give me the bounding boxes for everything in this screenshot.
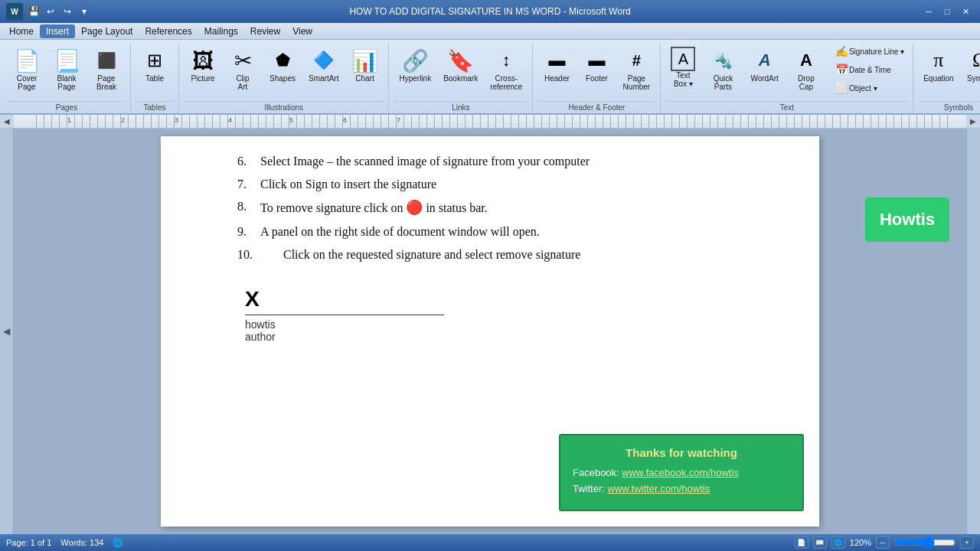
- document-main[interactable]: 6. Select Image – the scanned image of s…: [14, 129, 966, 534]
- page-number-button[interactable]: # PageNumber: [617, 43, 655, 95]
- thanks-box: Thanks for watching Facebook: www.facebo…: [559, 434, 804, 511]
- cover-page-icon: 📄: [13, 47, 41, 74]
- item-7-num: 7.: [237, 174, 260, 194]
- quick-access-toolbar: 💾 ↩ ↪ ▾: [26, 4, 92, 19]
- close-button[interactable]: ✕: [957, 5, 974, 18]
- text-group-label: Text: [665, 101, 908, 113]
- cover-page-button[interactable]: 📄 CoverPage: [8, 43, 46, 95]
- header-button[interactable]: ▬ Header: [537, 43, 576, 86]
- drop-cap-button[interactable]: A DropCap: [787, 43, 825, 95]
- maximize-button[interactable]: □: [939, 5, 956, 18]
- twitter-url[interactable]: www.twitter.com/howtis: [608, 483, 710, 494]
- date-time-icon: 📅: [835, 64, 848, 76]
- hyperlink-icon: 🔗: [401, 47, 429, 74]
- status-page: Page: 1 of 1: [6, 538, 51, 547]
- document-page: 6. Select Image – the scanned image of s…: [161, 136, 819, 527]
- status-words: Words: 134: [60, 538, 103, 547]
- menu-mailings[interactable]: Mailings: [198, 24, 244, 38]
- item-10-content: Click on the requested signature and sel…: [283, 245, 758, 265]
- menu-page-layout[interactable]: Page Layout: [75, 24, 139, 38]
- menu-view[interactable]: View: [286, 24, 318, 38]
- picture-button[interactable]: 🖼 Picture: [184, 43, 222, 86]
- equation-icon: π: [925, 47, 952, 74]
- signer-name: howtis: [245, 318, 758, 331]
- item-6-content: Select Image – the scanned image of sign…: [260, 152, 758, 171]
- wordart-icon: A: [751, 47, 779, 74]
- minimize-button[interactable]: ─: [920, 5, 937, 18]
- quick-parts-icon: 🔩: [709, 47, 737, 74]
- item-6-num: 6.: [237, 152, 260, 171]
- page-break-icon: ⬛: [93, 47, 120, 74]
- signature-block: X howtis author: [237, 287, 758, 343]
- text-box-icon: A: [671, 47, 695, 71]
- object-button[interactable]: ⬜ Object ▾: [831, 80, 908, 96]
- cross-reference-icon: ↕: [492, 47, 520, 74]
- ribbon-group-text: A TextBox ▾ 🔩 QuickParts A WordArt A Dro…: [661, 43, 913, 113]
- view-print-btn[interactable]: 📄: [795, 536, 808, 549]
- status-lang: 🌐: [113, 538, 123, 548]
- object-icon: ⬜: [835, 82, 848, 94]
- item-8-content: To remove signature click on 🔴 in status…: [260, 197, 758, 219]
- scroll-left: ◀: [0, 129, 14, 534]
- chart-button[interactable]: 📊 Chart: [345, 43, 384, 86]
- text-box-button[interactable]: A TextBox ▾: [665, 43, 701, 92]
- blank-page-button[interactable]: 📃 BlankPage: [47, 43, 86, 95]
- hyperlink-button[interactable]: 🔗 Hyperlink: [394, 43, 436, 86]
- status-bar: Page: 1 of 1 Words: 134 🌐 📄 📖 🌐 120% ─ +: [0, 534, 980, 551]
- footer-button[interactable]: ▬ Footer: [577, 43, 616, 86]
- quick-parts-button[interactable]: 🔩 QuickParts: [704, 43, 742, 95]
- date-time-button[interactable]: 📅 Date & Time: [831, 61, 908, 78]
- dropdown-qa-btn[interactable]: ▾: [77, 4, 92, 19]
- view-read-btn[interactable]: 📖: [813, 536, 827, 549]
- undo-qa-btn[interactable]: ↩: [43, 4, 58, 19]
- clip-art-button[interactable]: ✂ ClipArt: [224, 43, 262, 95]
- smartart-icon: 🔷: [310, 47, 338, 74]
- item-10-num: 10.: [237, 245, 283, 265]
- footer-icon: ▬: [583, 47, 610, 74]
- smartart-button[interactable]: 🔷 SmartArt: [303, 43, 344, 86]
- item-9-num: 9.: [237, 222, 260, 242]
- item-9-content: A panel on the right side of document wi…: [260, 222, 758, 242]
- menu-home[interactable]: Home: [3, 24, 40, 38]
- bookmark-button[interactable]: 🔖 Bookmark: [438, 43, 483, 86]
- picture-icon: 🖼: [189, 47, 217, 74]
- thanks-facebook-row: Facebook: www.facebook.com/howtis: [573, 467, 790, 478]
- redo-qa-btn[interactable]: ↪: [60, 4, 75, 19]
- save-qa-btn[interactable]: 💾: [26, 4, 41, 19]
- signature-line-button[interactable]: ✍ Signature Line ▾: [831, 43, 908, 60]
- ribbon-group-symbols: π Equation Ω Symbol Symbols: [913, 43, 980, 113]
- wordart-button[interactable]: A WordArt: [745, 43, 784, 86]
- links-group-label: Links: [394, 101, 528, 113]
- clip-art-icon: ✂: [229, 47, 256, 74]
- thanks-twitter-row: Twitter: www.twitter.com/howtis: [573, 483, 790, 494]
- document-text: 6. Select Image – the scanned image of s…: [237, 152, 758, 264]
- menu-insert[interactable]: Insert: [40, 24, 75, 38]
- thanks-title: Thanks for watching: [573, 446, 790, 459]
- zoom-out-btn[interactable]: ─: [876, 536, 890, 549]
- shapes-button[interactable]: ⬟ Shapes: [263, 43, 302, 86]
- cross-reference-button[interactable]: ↕ Cross-reference: [485, 43, 528, 95]
- ruler-right-arrow[interactable]: ▶: [966, 115, 980, 128]
- ribbon-group-illustrations: 🖼 Picture ✂ ClipArt ⬟ Shapes 🔷 SmartArt …: [179, 43, 389, 113]
- equation-button[interactable]: π Equation: [918, 43, 959, 86]
- drop-cap-icon: A: [792, 47, 820, 74]
- page-break-button[interactable]: ⬛ PageBreak: [87, 43, 126, 95]
- menu-bar: Home Insert Page Layout References Maili…: [0, 23, 980, 40]
- bookmark-icon: 🔖: [447, 47, 475, 74]
- signer-title: author: [245, 331, 758, 343]
- signature-x: X: [245, 287, 758, 311]
- ribbon: 📄 CoverPage 📃 BlankPage ⬛ PageBreak Page…: [0, 40, 980, 115]
- zoom-in-btn[interactable]: +: [960, 536, 974, 549]
- chart-icon: 📊: [351, 47, 378, 74]
- view-web-btn[interactable]: 🌐: [831, 536, 845, 549]
- menu-review[interactable]: Review: [244, 24, 286, 38]
- title-bar: W 💾 ↩ ↪ ▾ HOW TO ADD DIGITAL SIGNATURE I…: [0, 0, 980, 23]
- menu-references[interactable]: References: [139, 24, 198, 38]
- zoom-slider[interactable]: [894, 538, 956, 547]
- symbol-button[interactable]: Ω Symbol: [961, 43, 980, 86]
- signature-emoji: 🔴: [406, 200, 423, 215]
- table-button[interactable]: ⊞ Table: [136, 43, 174, 86]
- ribbon-group-header-footer: ▬ Header ▬ Footer # PageNumber Header & …: [533, 43, 661, 113]
- facebook-url[interactable]: www.facebook.com/howtis: [622, 467, 738, 478]
- ruler-left-arrow[interactable]: ◀: [0, 115, 14, 128]
